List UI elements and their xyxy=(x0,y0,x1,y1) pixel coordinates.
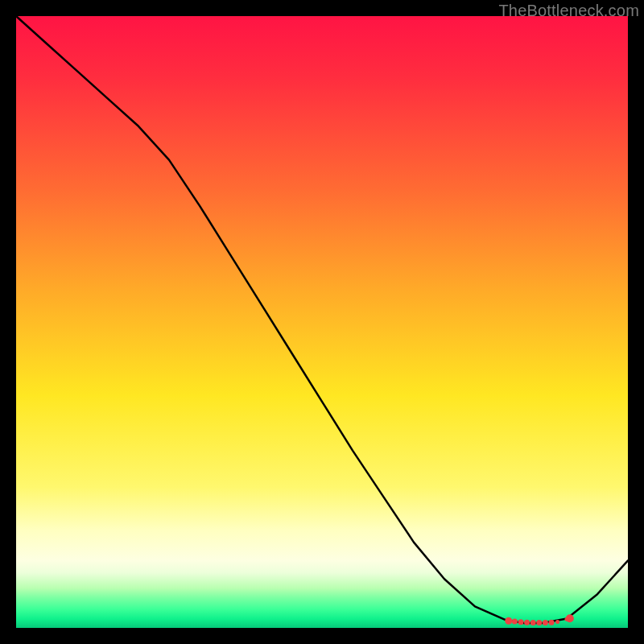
marker-dot xyxy=(512,619,518,625)
marker-dot xyxy=(549,620,555,625)
marker-dot xyxy=(536,620,542,625)
marker-dot xyxy=(518,619,524,625)
series-curve xyxy=(16,16,628,623)
chart-stage: TheBottleneck.com xyxy=(0,0,644,644)
marker-dot xyxy=(555,620,559,624)
marker-dot xyxy=(566,614,574,622)
chart-svg xyxy=(16,16,628,628)
marker-dot xyxy=(543,620,548,625)
marker-dot xyxy=(505,617,512,625)
marker-dot xyxy=(530,620,536,625)
marker-dot xyxy=(524,620,530,625)
plot-area xyxy=(16,16,628,628)
